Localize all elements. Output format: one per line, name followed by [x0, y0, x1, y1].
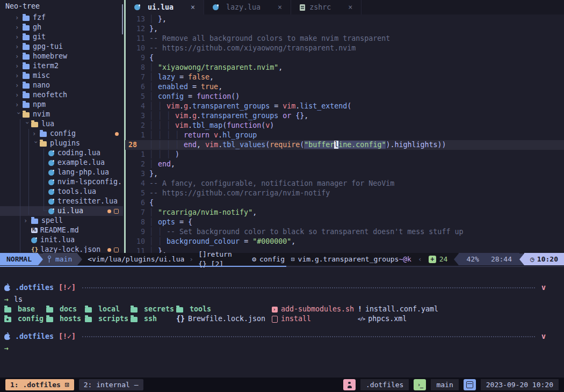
tmux-pane-border-active[interactable] — [0, 266, 286, 267]
tree-item-init.lua[interactable]: init.lua — [0, 235, 123, 245]
code-token: -- Set background color to black so tran… — [167, 228, 463, 236]
tree-item-lua[interactable]: ›lua — [0, 119, 123, 129]
ls-entry: config — [4, 314, 44, 324]
close-icon[interactable]: × — [278, 3, 282, 12]
tmux-window-flag-icon: ⊡ — [65, 379, 69, 390]
tree-item-label: homebrew — [33, 52, 67, 61]
tree-item-nvim[interactable]: ›nvim — [0, 110, 123, 119]
tree-item-fzf[interactable]: ›fzf — [0, 13, 123, 23]
code-line[interactable]: 8│ opts = { — [125, 217, 564, 227]
prompt-git-status: [!✓] — [59, 332, 76, 342]
tree-item-plugins[interactable]: ›plugins — [0, 139, 123, 148]
code-line[interactable]: 5│ config = function() — [125, 92, 564, 101]
tmux-datetime: 2023-09-20 10:20 — [481, 379, 559, 390]
code-line[interactable]: 3│ │ │ vim.g.transparent_groups or {}, — [125, 111, 564, 121]
code-token: true — [201, 83, 218, 91]
code-text: │ opts = { — [149, 217, 192, 227]
tree-item-misc[interactable]: ›misc — [0, 71, 123, 81]
tree-item-config[interactable]: ›config — [0, 129, 123, 139]
braces-icon: {} — [176, 314, 185, 324]
code-text: │ │ background_colour = "#000000", — [149, 237, 295, 246]
code-line[interactable]: 10│ │ background_colour = "#000000", — [125, 237, 564, 246]
code-line[interactable]: 7│ "rcarriga/nvim-notify", — [125, 208, 564, 217]
folder-icon — [23, 64, 30, 69]
code-token: , — [162, 15, 167, 23]
tmux-window-1[interactable]: 1: .dotfiles ⊡ — [5, 379, 74, 390]
code-text: { — [149, 53, 154, 63]
tree-item-ui.lua[interactable]: ui.lua — [0, 206, 123, 216]
tree-item-homebrew[interactable]: ›homebrew — [0, 52, 123, 61]
tmux-pane-border[interactable] — [286, 266, 564, 267]
tree-guide — [20, 119, 20, 252]
code-line[interactable]: 9│ │ -- Set background color to black so… — [125, 227, 564, 237]
tree-item-label: tools.lua — [57, 187, 96, 197]
lua-file-icon — [48, 189, 54, 195]
tree-item-neofetch[interactable]: ›neofetch — [0, 90, 123, 100]
tree-item-label: fzf — [33, 13, 46, 23]
tab-zshrc[interactable]: zshrc × — [291, 0, 361, 14]
code-line[interactable]: 11│ }, — [125, 246, 564, 253]
tree-item-gpg-tui[interactable]: ›gpg-tui — [0, 42, 123, 52]
tree-item-lang-php.lua[interactable]: lang-php.lua — [0, 168, 123, 177]
line-number: 8 — [125, 63, 145, 72]
code-line[interactable]: 4-- A fancy, configurable, notification … — [125, 179, 564, 188]
code-line[interactable]: 7│ lazy = false, — [125, 72, 564, 82]
code-token: , — [252, 208, 257, 216]
code-line[interactable]: 6│ enabled = true, — [125, 82, 564, 92]
chevron-right-icon: › — [189, 255, 193, 264]
folder-icon — [23, 54, 30, 60]
tree-item-iterm2[interactable]: ›iterm2 — [0, 61, 123, 71]
tree-item-nvim-lspconfig.[interactable]: nvim-lspconfig. — [0, 177, 123, 187]
code-line[interactable]: 1│ │ │ │ return v.hl_group — [125, 130, 564, 140]
code-line[interactable]: 13│ }, — [125, 14, 564, 24]
code-token: } — [149, 25, 154, 33]
close-icon[interactable]: × — [348, 3, 352, 12]
tab-lazy-lua[interactable]: lazy.lua × — [204, 0, 291, 14]
code-token: , — [291, 237, 295, 245]
command-line-empty[interactable]: → — [4, 344, 560, 353]
ls-entry-label: docs — [60, 304, 77, 314]
code-line[interactable]: 9{ — [125, 53, 564, 63]
tree-item-label: iterm2 — [33, 61, 59, 71]
code-line[interactable]: 8│ "xiyaowong/transparent.nvim", — [125, 63, 564, 72]
code-line[interactable]: 11-- Remove all background colors to mak… — [125, 34, 564, 43]
tree-item-gh[interactable]: ›gh — [0, 23, 123, 32]
code-token: │ — [149, 63, 158, 71]
neotree-scrollbar[interactable] — [122, 4, 123, 34]
code-token: g — [184, 102, 188, 110]
code-line[interactable]: 4│ │ vim.g.transparent_groups = vim.list… — [125, 101, 564, 111]
code-line[interactable]: 2│ │ │ vim.tbl_map(function(v) — [125, 121, 564, 130]
code-line[interactable]: 12}, — [125, 24, 564, 34]
tree-guide — [44, 210, 47, 211]
code-line[interactable]: 3}, — [125, 169, 564, 179]
tree-item-lazy-lock.json[interactable]: {}lazy-lock.json — [0, 245, 123, 253]
tree-item-tools.lua[interactable]: tools.lua — [0, 187, 123, 197]
tab-ui-lua[interactable]: ui.lua × — [126, 0, 204, 14]
tree-item-spell[interactable]: ›spell — [0, 216, 123, 226]
code-line[interactable]: 10-- https://github.com/xiyaowong/transp… — [125, 43, 564, 53]
code-line[interactable]: 1│ │ │ ) — [125, 150, 564, 159]
tree-item-npm[interactable]: ›npm — [0, 100, 123, 110]
code-line[interactable]: 5-- https://github.com/rcarriga/nvim-not… — [125, 188, 564, 198]
line-number: 28 — [125, 140, 145, 150]
line-number: 5 — [125, 92, 145, 101]
clock-time: 10:20 — [537, 255, 558, 264]
tree-item-treesitter.lua[interactable]: treesitter.lua — [0, 197, 123, 206]
tmux-window-2[interactable]: 2: internal – — [79, 379, 143, 390]
code-line[interactable]: 2│ end, — [125, 159, 564, 169]
close-icon[interactable]: × — [191, 3, 195, 12]
tree-item-README.md[interactable]: M↓README.md — [0, 226, 123, 235]
tree-item-example.lua[interactable]: example.lua — [0, 158, 123, 168]
code-line[interactable]: 6{ — [125, 198, 564, 208]
editor-lines[interactable]: 13│ },12},11-- Remove all background col… — [125, 14, 564, 253]
tree-item-git[interactable]: ›git — [0, 32, 123, 42]
tree-item-coding.lua[interactable]: coding.lua — [0, 148, 123, 158]
tree-item-label: treesitter.lua — [57, 197, 118, 206]
modified-dot-icon — [115, 132, 119, 136]
code-line-current[interactable]: 28│ │ │ │ end, vim.tbl_values(require("b… — [125, 140, 564, 150]
tree-item-nano[interactable]: ›nano — [0, 81, 123, 90]
code-text: }, — [149, 24, 158, 34]
chevron-right-icon: › — [15, 90, 23, 100]
code-token: │ │ — [149, 228, 167, 236]
cursor-position: 28:44 — [491, 255, 512, 264]
